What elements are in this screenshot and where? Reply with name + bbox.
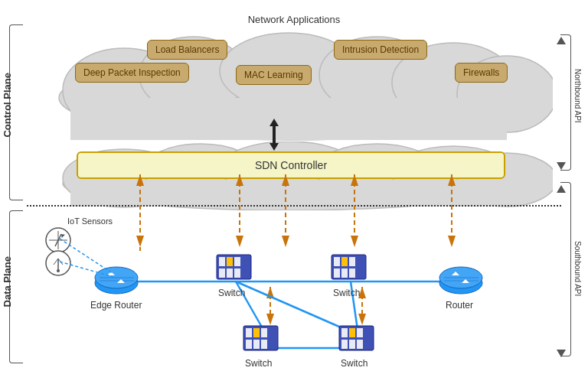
svg-rect-67 <box>219 257 225 266</box>
svg-marker-16 <box>270 119 279 126</box>
northbound-arrow-up <box>557 37 566 46</box>
svg-marker-37 <box>448 236 456 247</box>
svg-marker-31 <box>282 236 289 247</box>
svg-marker-29 <box>236 174 243 186</box>
svg-rect-88 <box>341 328 348 337</box>
svg-rect-78 <box>341 268 348 278</box>
svg-rect-89 <box>349 328 355 337</box>
switch-4-icon <box>335 320 377 356</box>
iot-sensor-2-icon <box>44 249 72 277</box>
dashed-arrow-4 <box>347 174 362 251</box>
svg-rect-68 <box>227 257 233 266</box>
svg-rect-77 <box>334 268 340 278</box>
separator-line <box>27 205 561 207</box>
switch-4-label: Switch <box>341 358 368 369</box>
svg-rect-86 <box>261 340 267 349</box>
switch-1-label: Switch <box>218 288 245 298</box>
double-arrow-svg <box>266 119 282 151</box>
data-plane-label: Data Plane <box>2 256 13 307</box>
diagram-container: Network Applications Load Balancers Deep… <box>0 0 588 384</box>
svg-rect-79 <box>349 268 355 278</box>
svg-rect-75 <box>341 257 348 266</box>
svg-marker-22 <box>557 350 566 357</box>
svg-rect-71 <box>227 268 233 278</box>
svg-point-59 <box>57 269 60 272</box>
dashed-arrow-3 <box>278 174 293 251</box>
dashed-arrow-5 <box>444 174 459 251</box>
svg-rect-91 <box>341 340 348 349</box>
svg-marker-28 <box>236 236 243 247</box>
svg-marker-20 <box>557 162 566 170</box>
iot-sensors-label: IoT Sensors <box>67 216 113 226</box>
control-plane-label: Control Plane <box>2 73 13 138</box>
svg-rect-74 <box>334 257 340 266</box>
svg-rect-92 <box>349 340 355 349</box>
dashed-arrow-1 <box>132 174 148 251</box>
northbound-arrow-down <box>557 161 566 170</box>
mac-learning-box: MAC Learning <box>236 65 312 85</box>
svg-marker-32 <box>282 174 289 186</box>
svg-rect-93 <box>357 340 363 349</box>
svg-rect-81 <box>246 328 252 337</box>
switch-3-label: Switch <box>245 358 272 369</box>
svg-rect-85 <box>253 340 260 349</box>
intrusion-detection-box: Intrusion Detection <box>334 40 427 60</box>
deep-packet-box: Deep Packet Inspection <box>75 63 189 83</box>
southbound-bracket <box>560 182 571 356</box>
svg-rect-83 <box>261 328 267 337</box>
svg-marker-18 <box>270 143 279 151</box>
svg-marker-38 <box>448 174 456 186</box>
firewalls-box: Firewalls <box>455 63 508 83</box>
dashed-arrow-2 <box>232 174 247 251</box>
northbound-bracket <box>560 34 571 171</box>
southbound-arrow-up <box>557 185 566 194</box>
svg-marker-19 <box>557 37 566 44</box>
router-icon <box>436 256 486 298</box>
switch-2-label: Switch <box>333 288 360 298</box>
southbound-api-label: Southbound API <box>573 241 582 296</box>
svg-rect-72 <box>234 268 240 278</box>
northbound-api-label: Northbound API <box>573 69 582 123</box>
router-label: Router <box>446 300 473 311</box>
svg-marker-26 <box>136 174 144 186</box>
svg-marker-41 <box>266 287 274 298</box>
svg-rect-17 <box>273 126 276 143</box>
svg-rect-76 <box>349 257 355 266</box>
switch-2-icon <box>328 249 370 285</box>
svg-marker-34 <box>351 236 358 247</box>
load-balancers-box: Load Balancers <box>147 40 227 60</box>
switch-3-icon <box>240 320 282 356</box>
svg-marker-24 <box>136 236 144 247</box>
svg-rect-69 <box>234 257 240 266</box>
svg-marker-21 <box>557 185 566 193</box>
southbound-arrow-down <box>557 348 566 357</box>
svg-marker-35 <box>351 174 358 186</box>
svg-rect-70 <box>219 268 225 278</box>
svg-rect-7 <box>70 98 507 140</box>
edge-router-icon <box>92 256 142 298</box>
edge-router-label: Edge Router <box>90 300 142 311</box>
svg-rect-82 <box>253 328 260 337</box>
svg-rect-84 <box>246 340 252 349</box>
switch-1-icon <box>213 249 255 285</box>
svg-rect-90 <box>357 328 363 337</box>
